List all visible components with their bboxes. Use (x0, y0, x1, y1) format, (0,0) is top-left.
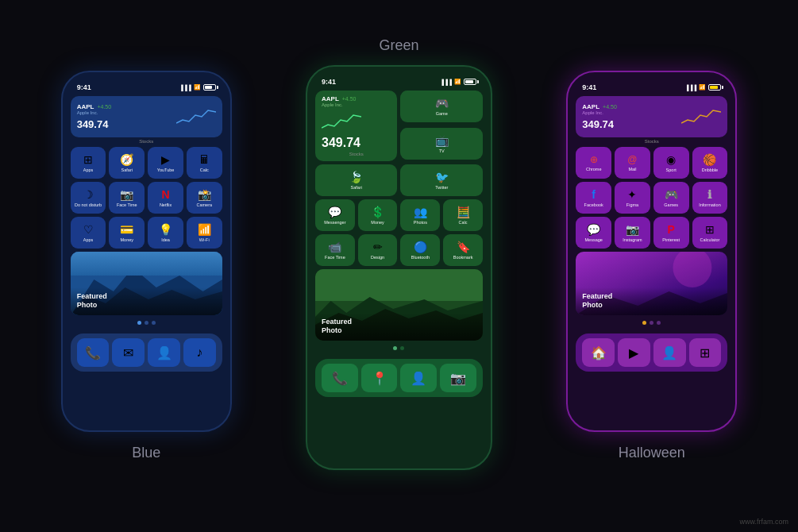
green-app-calc[interactable]: 🧮 Calc (443, 199, 483, 231)
green-chart (322, 110, 361, 133)
green-dot-1 (393, 346, 397, 350)
halloween-dot-2 (650, 321, 653, 325)
halloween-dots (576, 321, 727, 325)
halloween-app-message[interactable]: 💬 Message (576, 217, 611, 249)
halloween-stock-widget: AAPL +4.50 Apple Inc. 349.74 (576, 96, 727, 137)
blue-dot-3 (152, 321, 156, 325)
blue-app-apps2[interactable]: ♡ Apps (71, 217, 106, 249)
halloween-phone-wrapper: 9:41 ▐▐▐ 📶 AAPL +4.50 (566, 71, 737, 461)
blue-featured-text: FeaturedPhoto (77, 292, 216, 310)
halloween-screen: AAPL +4.50 Apple Inc. 349.74 Stocks (576, 96, 727, 421)
green-app-photos[interactable]: 👥 Photos (400, 199, 440, 231)
halloween-dock: 🏠 ▶ 👤 ⊞ (576, 333, 727, 372)
halloween-dock-user[interactable]: 👤 (653, 338, 686, 367)
halloween-price: 349.74 (582, 118, 614, 130)
svg-rect-3 (71, 252, 222, 276)
halloween-time: 9:41 (582, 83, 596, 91)
green-app-messenger[interactable]: 💬 Messenger (315, 199, 355, 231)
halloween-ticker: AAPL (582, 103, 599, 110)
halloween-phone: 9:41 ▐▐▐ 📶 AAPL +4.50 (566, 71, 737, 432)
blue-app-safari[interactable]: 🧭 Safari (109, 147, 145, 179)
halloween-stock-name: Apple Inc. (582, 110, 681, 115)
blue-app-netflix[interactable]: N Netflix (148, 182, 183, 214)
green-top-grid: AAPL +4.50 Apple Inc. 349.74 Stocks 🎮 (315, 91, 483, 196)
green-dock-location[interactable]: 📍 (361, 364, 398, 392)
green-time: 9:41 (322, 78, 336, 86)
blue-app-youtube[interactable]: ▶ YouTube (148, 147, 183, 179)
green-app-facetime[interactable]: 📹 Face Time (315, 234, 355, 266)
blue-phone-wrapper: 9:41 ▐▐▐ 📶 AAPL +4.50 (61, 71, 232, 461)
green-top-label: Green (379, 37, 418, 54)
green-battery-icon (464, 79, 476, 85)
blue-app-donotdisturb[interactable]: ☽ Do not disturb (71, 182, 106, 214)
blue-stock-name: Apple Inc. (77, 110, 176, 115)
blue-status-bar: 9:41 ▐▐▐ 📶 (71, 82, 222, 93)
halloween-dot-3 (657, 321, 661, 325)
green-dot-2 (400, 346, 404, 350)
halloween-app-sport[interactable]: ◉ Sport (653, 147, 689, 179)
blue-chart (176, 106, 216, 128)
blue-dots (71, 321, 222, 325)
blue-app-idea[interactable]: 💡 Idea (148, 217, 183, 249)
blue-ticker: AAPL (77, 103, 94, 110)
blue-featured-overlay: FeaturedPhoto (71, 287, 222, 315)
blue-dot-2 (145, 321, 148, 325)
halloween-app-instagram[interactable]: 📷 Instagram (615, 217, 650, 249)
green-phone: 9:41 ▐▐▐ 📶 AAPL +4.50 (306, 65, 492, 470)
green-dock-phone[interactable]: 📞 (322, 364, 358, 392)
blue-app-apps[interactable]: ⊞ Apps (71, 147, 106, 179)
green-app-money[interactable]: 💲 Money (358, 199, 398, 231)
green-dock-contacts[interactable]: 👤 (400, 364, 437, 392)
green-app-tv[interactable]: 📺 TV (400, 128, 483, 160)
blue-dock-contacts[interactable]: 👤 (148, 338, 180, 367)
green-price: 349.74 (322, 136, 360, 150)
green-app-design[interactable]: ✏ Design (358, 234, 398, 266)
blue-app-calc[interactable]: 🖩 Calc (187, 147, 222, 179)
green-dock: 📞 📍 👤 📷 (315, 359, 483, 397)
halloween-app-dribbble[interactable]: 🏀 Dribbble (692, 147, 728, 179)
halloween-app-chrome[interactable]: ⊕ Chrome (576, 147, 611, 179)
blue-dock-music[interactable]: ♪ (183, 338, 216, 367)
blue-label: Blue (132, 445, 160, 461)
green-phone-wrapper: Green 9:41 ▐▐▐ 📶 (306, 37, 492, 495)
halloween-app-grid-2: f Facebook ✦ Figma 🎮 Games ℹ Information (576, 182, 727, 214)
green-app-grid-3: 💬 Messenger 💲 Money 👥 Photos 🧮 Calc (315, 199, 483, 231)
halloween-app-figma[interactable]: ✦ Figma (615, 182, 650, 214)
halloween-app-info[interactable]: ℹ Information (692, 182, 728, 214)
green-featured-widget: FeaturedPhoto (315, 269, 483, 341)
blue-app-grid-3: ♡ Apps 💳 Money 💡 Idea 📶 Wi-Fi (71, 217, 222, 249)
blue-dock-phone[interactable]: 📞 (77, 338, 110, 367)
blue-battery-icon (203, 84, 216, 91)
halloween-app-grid-1: ⊕ Chrome @ Mail ◉ Sport 🏀 Dribbble (576, 147, 727, 179)
halloween-dock-grid[interactable]: ⊞ (689, 338, 722, 367)
blue-app-camera[interactable]: 📸 Camera (187, 182, 222, 214)
halloween-app-pinterest[interactable]: P Pinterest (653, 217, 689, 249)
green-app-bluetooth[interactable]: 🔵 Bluetooth (400, 234, 440, 266)
halloween-app-games[interactable]: 🎮 Games (653, 182, 689, 214)
halloween-app-calculator[interactable]: ⊞ Calculator (692, 217, 728, 249)
green-featured-text: FeaturedPhoto (322, 318, 476, 336)
green-status-icons: ▐▐▐ 📶 (440, 79, 476, 85)
halloween-app-grid-3: 💬 Message 📷 Instagram P Pinterest ⊞ Calc… (576, 217, 727, 249)
halloween-status-icons: ▐▐▐ 📶 (684, 84, 721, 91)
green-app-twitter[interactable]: 🐦 Twitter (400, 164, 483, 196)
blue-dock-mail[interactable]: ✉ (112, 338, 145, 367)
green-app-safari[interactable]: 🍃 Safari (315, 164, 398, 196)
halloween-app-mail[interactable]: @ Mail (615, 147, 650, 179)
halloween-battery-icon (708, 84, 721, 91)
green-app-game[interactable]: 🎮 Game (400, 91, 483, 122)
blue-app-wifi[interactable]: 📶 Wi-Fi (187, 217, 222, 249)
svg-rect-5 (315, 269, 483, 301)
blue-time: 9:41 (77, 83, 91, 91)
halloween-dock-home[interactable]: 🏠 (582, 338, 615, 367)
blue-app-grid-2: ☽ Do not disturb 📷 Face Time N Netflix 📸… (71, 182, 222, 214)
halloween-stocks-label: Stocks (576, 139, 727, 144)
green-app-grid-4: 📹 Face Time ✏ Design 🔵 Bluetooth 🔖 Bookm… (315, 234, 483, 266)
halloween-app-facebook[interactable]: f Facebook (576, 182, 611, 214)
halloween-dock-play[interactable]: ▶ (618, 338, 650, 367)
green-dock-camera[interactable]: 📷 (440, 364, 476, 392)
blue-app-facetime[interactable]: 📷 Face Time (109, 182, 145, 214)
green-stock-name: Apple Inc. (322, 102, 343, 107)
green-app-bookmark[interactable]: 🔖 Bookmark (443, 234, 483, 266)
blue-app-money[interactable]: 💳 Money (109, 217, 145, 249)
